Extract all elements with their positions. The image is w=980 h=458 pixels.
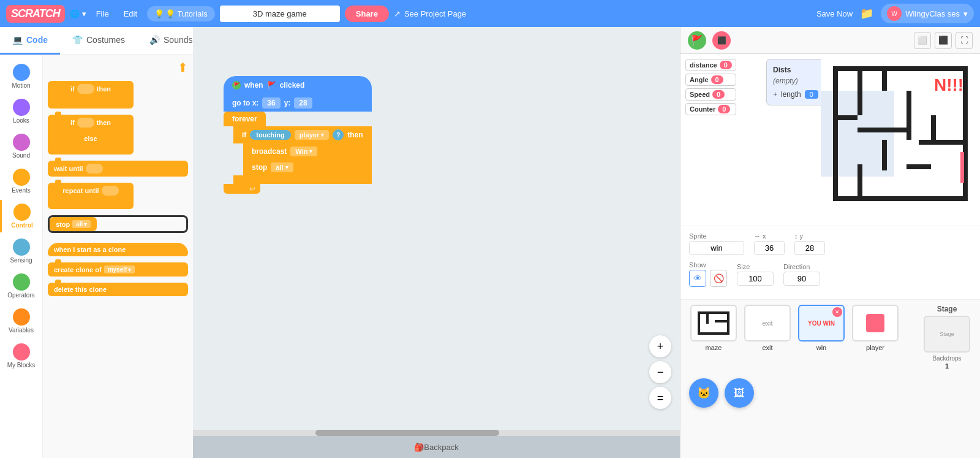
palette-block-if-then[interactable]: if then [48,81,134,109]
user-menu[interactable]: W WiingyClas ses ▾ [881,4,974,23]
svg-rect-23 [706,311,709,324]
sprite-direction-field: Direction [783,263,820,286]
palette-block-wait-until[interactable]: wait until [48,161,188,177]
zoom-out-button[interactable]: − [649,361,671,383]
looks-dot [13,99,30,116]
palette-block-if-else[interactable]: if then else [48,115,134,155]
sprite-direction-input[interactable] [783,272,820,286]
category-variables[interactable]: Variables [0,305,42,337]
scroll-up-arrow[interactable]: ⬆ [178,60,188,75]
tab-costumes[interactable]: 👕 Costumes [60,27,137,55]
scrollbar-thumb[interactable] [315,430,499,436]
sprite-image-win: ✕ YOU WIN [798,305,845,342]
player-dropdown[interactable]: player ▾ [295,130,329,140]
stage-thumbnail[interactable]: Stage [924,316,970,353]
sprite-name-field: Sprite [689,232,744,255]
backpack-bar[interactable]: 🎒 Backpack [193,436,680,458]
stage-variables: distance 0 Angle 0 Speed 0 Counter 0 [685,59,736,115]
stage-viewport[interactable]: distance 0 Angle 0 Speed 0 Counter 0 [680,54,980,226]
see-project-button[interactable]: ↗ See Project Page [394,9,466,18]
canvas-area[interactable]: 🚩 when 🚩 clicked go to x: 36 y: 28 forev… [193,27,680,458]
costumes-tab-icon: 👕 [72,35,83,45]
sprite-info: Sprite ↔ x ↕ y Show 👁 🚫 [680,226,980,299]
sprite-thumb-exit[interactable]: exit exit [743,305,792,370]
sprite-thumb-win[interactable]: ✕ YOU WIN win [797,305,846,370]
stop-button[interactable]: ⬛ [712,31,731,50]
if-touching-block[interactable]: if touching player ▾ ? then [233,126,372,143]
sprite-thumb-player[interactable]: player [851,305,900,370]
normal-stage-button[interactable]: ⬛ [935,32,952,49]
svg-rect-21 [698,332,729,335]
svg-rect-10 [833,115,858,120]
touching-oval: touching [250,130,290,140]
palette-block-stop[interactable]: stop all ▾ [50,217,97,231]
hat-block-green-flag[interactable]: 🚩 when 🚩 clicked [224,76,372,94]
green-flag-button[interactable]: 🚩 [688,31,706,50]
bottom-fabs: 🐱 🖼 [680,375,980,411]
category-looks[interactable]: Looks [0,95,42,128]
sprite-size-input[interactable] [737,272,774,286]
sprite-y-input[interactable] [794,241,825,255]
motion-dot [13,64,30,81]
add-sprite-fab[interactable]: 🐱 [689,378,718,408]
sprite-list: maze exit exit ✕ YOU WIN win [680,299,980,375]
horizontal-scrollbar[interactable] [193,430,680,436]
zoom-in-button[interactable]: + [649,335,671,357]
svg-rect-19 [698,311,729,314]
svg-rect-22 [727,311,729,335]
file-menu[interactable]: File [91,7,114,21]
sprite-x-field: ↔ x [754,232,785,255]
category-sensing[interactable]: Sensing [0,235,42,267]
sprite-image-exit: exit [744,305,791,342]
palette-block-delete-clone[interactable]: delete this clone [48,283,188,296]
all-dropdown[interactable]: all ▾ [271,162,293,172]
stop-inner-block[interactable]: stop all ▾ [243,159,372,175]
small-stage-button[interactable]: ⬜ [914,32,931,49]
globe-language[interactable]: 🌐 ▾ [70,9,86,18]
category-motion[interactable]: Motion [0,60,42,93]
var-speed: Speed 0 [685,88,736,101]
show-hidden-button[interactable]: 🚫 [710,270,727,287]
save-now-button[interactable]: Save Now [816,9,853,18]
broadcast-block[interactable]: broadcast Win ▾ [243,143,372,159]
sprite-name-input[interactable] [689,241,744,255]
win-dropdown[interactable]: Win ▾ [290,147,317,156]
variables-dot [13,308,30,326]
stage-maze-display: N!!! [821,54,980,213]
svg-rect-7 [858,128,907,132]
left-panel: 💻 Code 👕 Costumes 🔊 Sounds Motion [0,27,193,458]
add-backdrop-fab[interactable]: 🖼 [725,378,754,408]
palette-block-clone-start[interactable]: when I start as a clone [48,243,188,256]
folder-icon[interactable]: 📁 [860,7,873,20]
palette-block-repeat-until[interactable]: repeat until [48,183,134,209]
project-name-input[interactable] [220,6,340,22]
edit-menu[interactable]: Edit [119,7,142,21]
forever-inner: if touching player ▾ ? then broadcast Wi… [233,126,372,184]
category-events[interactable]: Events [0,165,42,197]
right-panel: 🚩 ⬛ ⬜ ⬛ ⛶ distance 0 Angle 0 [680,27,980,458]
sprite-image-maze [690,305,737,342]
palette-block-create-clone[interactable]: create clone of myself ▾ [48,262,188,277]
var-counter: Counter 0 [685,103,736,115]
category-sound[interactable]: Sound [0,130,42,162]
category-control[interactable]: Control [0,200,42,232]
user-chevron-icon: ▾ [963,9,968,18]
fit-screen-button[interactable]: = [649,387,671,409]
backpack-label: Backpack [424,443,458,452]
sprite-thumb-maze[interactable]: maze [689,305,738,370]
svg-rect-15 [858,164,862,196]
category-myblocks[interactable]: My Blocks [0,340,42,372]
tab-code[interactable]: 💻 Code [0,27,60,55]
goto-block[interactable]: go to x: 36 y: 28 [224,94,372,112]
sprite-delete-button[interactable]: ✕ [832,307,842,317]
fullscreen-button[interactable]: ⛶ [956,32,973,49]
stage-section: Stage Stage Backdrops 1 [922,305,971,370]
share-button[interactable]: Share [345,6,389,22]
stage-play-controls: 🚩 ⬛ [688,31,731,50]
sprite-x-input[interactable] [754,241,785,255]
forever-label[interactable]: forever [224,112,266,126]
tutorials-button[interactable]: 💡 💡 Tutorials [147,6,215,21]
category-operators[interactable]: Operators [0,270,42,302]
scratch-logo[interactable]: SCRATCH [6,5,65,23]
show-visible-button[interactable]: 👁 [689,270,706,287]
